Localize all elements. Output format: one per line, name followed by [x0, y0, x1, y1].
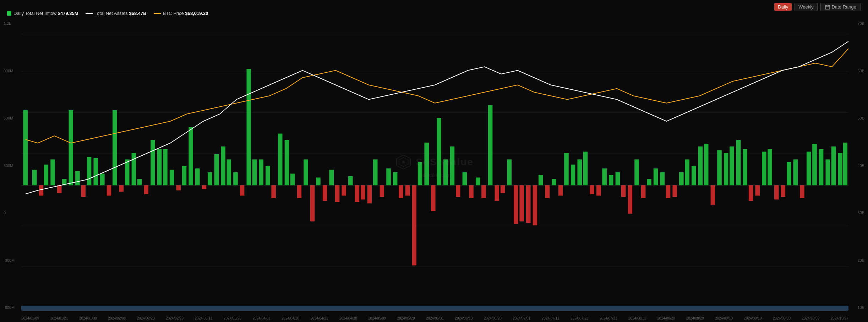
svg-rect-106	[628, 185, 633, 213]
svg-rect-65	[367, 185, 372, 203]
x-axis-label: 2024/06/20	[484, 316, 502, 320]
chart-legend: Daily Total Net Inflow $479.35M Total Ne…	[7, 11, 208, 16]
svg-rect-131	[787, 162, 791, 185]
svg-rect-30	[144, 185, 149, 194]
svg-rect-119	[711, 185, 715, 205]
y-left-1: 1.2B	[4, 21, 21, 26]
svg-rect-32	[157, 149, 162, 185]
svg-rect-43	[227, 160, 231, 185]
svg-rect-115	[685, 160, 689, 185]
svg-rect-92	[539, 175, 543, 185]
inflow-dot	[7, 11, 11, 16]
svg-rect-25	[113, 110, 117, 185]
assets-line	[86, 13, 93, 14]
svg-rect-74	[424, 143, 429, 185]
svg-rect-38	[195, 168, 200, 185]
svg-rect-45	[240, 185, 245, 195]
x-axis-label: 2024/09/10	[715, 316, 733, 320]
svg-rect-102	[602, 168, 607, 185]
scrollbar[interactable]	[21, 306, 848, 311]
svg-rect-37	[189, 127, 193, 185]
svg-rect-136	[819, 149, 824, 185]
svg-rect-11	[23, 110, 28, 185]
svg-rect-139	[838, 153, 842, 185]
svg-rect-15	[50, 160, 55, 185]
svg-rect-103	[609, 175, 613, 185]
svg-rect-19	[75, 171, 80, 185]
svg-rect-70	[399, 185, 403, 198]
x-axis: 2024/01/092024/01/212024/01/302024/02/08…	[21, 316, 848, 320]
y-right-1: 70B	[850, 21, 864, 26]
daily-button[interactable]: Daily	[774, 3, 792, 11]
chart-container: Daily Weekly Date Range Daily Total Net …	[0, 0, 868, 322]
x-axis-label: 2024/10/09	[802, 316, 819, 320]
svg-rect-122	[730, 146, 734, 185]
svg-rect-140	[843, 143, 847, 185]
svg-rect-47	[252, 160, 257, 185]
svg-rect-78	[450, 146, 455, 185]
svg-rect-57	[316, 178, 321, 185]
x-axis-label: 2024/04/30	[339, 316, 357, 320]
x-axis-label: 2024/07/31	[599, 316, 617, 320]
scrollbar-track	[21, 306, 848, 311]
svg-rect-13	[39, 185, 44, 195]
legend-assets: Total Net Assets $68.47B	[86, 11, 147, 16]
svg-rect-86	[501, 185, 505, 193]
svg-rect-96	[564, 153, 569, 185]
svg-rect-124	[743, 149, 747, 185]
svg-rect-28	[132, 153, 136, 185]
svg-rect-100	[590, 185, 594, 194]
inflow-label: Daily Total Net Inflow $479.35M	[13, 11, 78, 16]
x-axis-label: 2024/07/11	[542, 316, 559, 320]
weekly-button[interactable]: Weekly	[795, 3, 817, 11]
svg-rect-84	[488, 105, 493, 185]
svg-rect-53	[290, 174, 295, 185]
chart-area: 1.2B 900M 600M 300M 0 -300M -600M 70B 60…	[0, 20, 868, 311]
svg-rect-130	[781, 185, 786, 197]
svg-rect-61	[342, 185, 346, 195]
svg-rect-99	[583, 152, 588, 185]
y-left-4: 300M	[4, 163, 21, 168]
svg-rect-18	[69, 110, 73, 185]
svg-rect-88	[514, 185, 518, 224]
svg-rect-137	[825, 160, 830, 185]
svg-rect-114	[679, 172, 684, 185]
svg-rect-34	[170, 170, 174, 185]
svg-rect-98	[577, 160, 582, 185]
svg-rect-81	[469, 185, 474, 198]
btc-label: BTC Price $68,019.20	[163, 11, 208, 16]
y-right-2: 60B	[850, 69, 864, 73]
svg-rect-46	[246, 69, 251, 185]
svg-rect-132	[793, 160, 798, 185]
svg-rect-60	[335, 185, 340, 202]
svg-rect-83	[481, 185, 486, 198]
y-right-4: 40B	[850, 163, 864, 168]
y-left-7: -600M	[4, 305, 21, 310]
svg-rect-26	[119, 185, 124, 191]
svg-rect-121	[724, 153, 728, 185]
y-right-5: 30B	[850, 211, 864, 215]
svg-rect-123	[736, 140, 741, 185]
date-range-button[interactable]: Date Range	[820, 3, 861, 11]
svg-rect-73	[418, 162, 422, 185]
svg-rect-87	[507, 160, 512, 185]
svg-rect-44	[233, 172, 238, 185]
svg-rect-113	[672, 185, 677, 197]
y-right-6: 20B	[850, 258, 864, 262]
x-axis-label: 2024/02/08	[108, 316, 126, 320]
svg-rect-59	[329, 170, 334, 185]
svg-rect-107	[634, 160, 639, 185]
legend-inflow: Daily Total Net Inflow $479.35M	[7, 11, 78, 16]
y-right-7: 10B	[850, 305, 864, 310]
y-axis-left: 1.2B 900M 600M 300M 0 -300M -600M	[4, 20, 21, 311]
svg-rect-116	[692, 166, 696, 185]
x-axis-label: 2024/04/10	[282, 316, 299, 320]
svg-rect-94	[552, 179, 556, 185]
btc-line	[154, 13, 161, 14]
svg-rect-54	[297, 185, 302, 198]
y-left-2: 900M	[4, 69, 21, 73]
svg-rect-31	[151, 140, 155, 185]
svg-rect-24	[107, 185, 111, 195]
svg-rect-14	[44, 165, 49, 185]
x-axis-label: 2024/04/01	[252, 316, 270, 320]
